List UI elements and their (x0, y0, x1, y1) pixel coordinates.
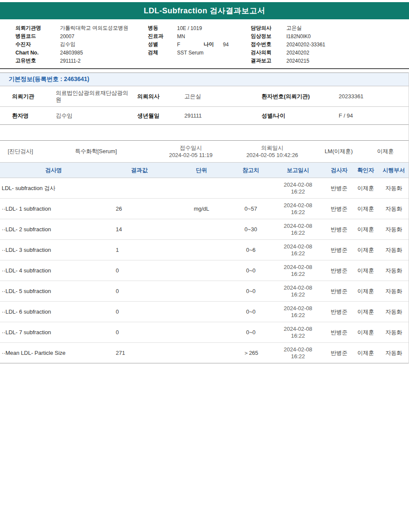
reference-range: ＞265 (232, 349, 270, 357)
section-gap (0, 125, 409, 140)
result-row: ··Mean LDL- Particle Size 271 ＞265 2024-… (0, 343, 409, 363)
field-value: 고은실 (286, 24, 302, 32)
report-date: 2024-02-08 (270, 284, 326, 291)
field-value: MN (177, 33, 185, 39)
basic-info-section-bar: 기본정보(등록번호 : 2463641) (0, 73, 409, 86)
report-time: 16:22 (270, 353, 326, 360)
col-header-reference: 참고치 (232, 166, 270, 174)
field-referring-org: 의뢰기관명가톨릭대학교 여의도성모병원 (15, 24, 148, 32)
reference-range: 0~0 (232, 288, 270, 294)
field-value: 24803985 (60, 50, 83, 56)
field-sex-age: 성별F나이94 (148, 40, 251, 48)
verifier-name: 이제훈 (352, 308, 379, 316)
result-row: LDL- subfraction 검사 2024-02-0816:22 반병준 … (0, 178, 409, 199)
result-value: 26 (107, 206, 171, 212)
basic-info-row-2: 환자명 김수임 생년월일 291111 성별/나이 F / 94 (0, 107, 409, 125)
field-value: 10E / 1019 (177, 25, 202, 31)
info-value-ref-doctor: 고은실 (184, 93, 262, 100)
result-value: 0 (107, 308, 171, 315)
request-datetime-block: 의뢰일시2024-02-05 10:42:26 (229, 144, 315, 159)
col-header-result: 결과값 (107, 166, 171, 174)
report-time: 16:22 (270, 271, 326, 278)
lab-name: LM(이제훈) (315, 148, 362, 155)
field-specimen: 검체SST Serum (148, 48, 251, 57)
test-panel: 특수화학[Serum] (75, 148, 152, 155)
field-label: 결과보고 (251, 57, 286, 64)
report-date: 2024-02-08 (270, 346, 326, 353)
test-name: LDL- subfraction 검사 (0, 184, 107, 192)
test-name: ··LDL- 7 subfraction (0, 329, 107, 336)
test-name: ··LDL- 2 subfraction (0, 226, 107, 233)
report-time: 16:22 (270, 312, 326, 319)
receipt-label: 접수일시 (152, 144, 229, 151)
tester-name: 반병준 (326, 329, 352, 336)
field-value: 20240202-33361 (286, 42, 325, 48)
header-divider (0, 68, 409, 69)
report-datetime: 2024-02-0816:22 (270, 305, 326, 319)
field-label: 병원코드 (15, 33, 60, 40)
reference-range: 0~6 (232, 247, 270, 253)
reference-range: 0~0 (232, 329, 270, 336)
results-table-body: LDL- subfraction 검사 2024-02-0816:22 반병준 … (0, 178, 409, 363)
reference-range: 0~57 (232, 206, 270, 212)
report-page: LDL-Subfraction 검사결과보고서 의뢰기관명가톨릭대학교 여의도성… (0, 0, 409, 532)
field-value: I182N0IK0 (286, 33, 311, 39)
report-time: 16:22 (270, 332, 326, 339)
field-doctor: 담당의사고은실 (251, 24, 409, 32)
col-header-tester: 검사자 (326, 166, 352, 174)
result-value: 271 (107, 350, 171, 356)
group-confirmer: 이제훈 (362, 148, 409, 155)
result-row: ··LDL- 7 subfraction 0 0~0 2024-02-0816:… (0, 322, 409, 343)
field-value: 가톨릭대학교 여의도성모병원 (60, 24, 128, 32)
test-category: [진단검사] (0, 148, 75, 155)
performing-department: 자동화 (379, 267, 409, 275)
report-datetime: 2024-02-0816:22 (270, 326, 326, 339)
info-value-birthdate: 291111 (184, 112, 262, 119)
field-label: 수진자 (15, 41, 60, 48)
result-value: 1 (107, 247, 171, 253)
basic-info-title: 기본정보(등록번호 : 2463641) (9, 76, 89, 83)
field-receipt-no: 접수번호20240202-33361 (251, 40, 409, 48)
test-name: ··LDL- 1 subfraction (0, 206, 107, 212)
report-title: LDL-Subfraction 검사결과보고서 (144, 6, 265, 16)
report-datetime: 2024-02-0816:22 (270, 346, 326, 360)
report-time: 16:22 (270, 291, 326, 298)
field-value: SST Serum (177, 50, 204, 56)
field-unique-no: 고유번호291111-2 (15, 57, 148, 65)
col-header-verifier: 확인자 (352, 166, 379, 174)
performing-department: 자동화 (379, 205, 409, 213)
info-value-patient-name: 김수임 (56, 112, 137, 119)
col-header-unit: 단위 (171, 166, 232, 174)
results-table-header: 검사명 결과값 단위 참고치 보고일시 검사자 확인자 시행부서 (0, 163, 409, 178)
report-date: 2024-02-08 (270, 223, 326, 230)
test-name: ··LDL- 6 subfraction (0, 308, 107, 315)
field-label: 검사의뢰 (251, 49, 286, 56)
info-value-sex-age: F / 94 (339, 112, 409, 119)
result-row: ··LDL- 4 subfraction 0 0~0 2024-02-0816:… (0, 260, 409, 281)
tester-name: 반병준 (326, 226, 352, 233)
result-row: ··LDL- 1 subfraction 26 mg/dL 0~57 2024-… (0, 199, 409, 219)
tester-name: 반병준 (326, 184, 352, 192)
test-name: ··Mean LDL- Particle Size (0, 350, 107, 356)
report-datetime: 2024-02-0816:22 (270, 243, 326, 257)
field-clinical-info: 임상정보I182N0IK0 (251, 32, 409, 40)
col-header-department: 시행부서 (379, 166, 409, 174)
report-date: 2024-02-08 (270, 181, 326, 188)
result-unit: mg/dL (171, 206, 232, 212)
performing-department: 자동화 (379, 226, 409, 233)
performing-department: 자동화 (379, 308, 409, 316)
field-value: 20240215 (286, 58, 309, 64)
field-value-age: 94 (223, 42, 229, 48)
field-value: 20240202 (286, 50, 309, 56)
field-value: 291111-2 (60, 58, 81, 64)
verifier-name: 이제훈 (352, 184, 379, 192)
report-datetime: 2024-02-0816:22 (270, 284, 326, 298)
report-body: 기본정보(등록번호 : 2463641) 의뢰기관 의료법인삼광의료재단삼광의원… (0, 73, 409, 363)
result-value: 0 (107, 329, 171, 336)
result-value: 0 (107, 288, 171, 294)
patient-header: 의뢰기관명가톨릭대학교 여의도성모병원 병원코드20007 수진자김수임 Cha… (0, 19, 409, 68)
field-value: 20007 (60, 33, 74, 39)
field-order-date: 검사의뢰20240202 (251, 48, 409, 57)
info-label-birthdate: 생년월일 (137, 112, 184, 120)
field-report-date: 결과보고20240215 (251, 57, 409, 65)
